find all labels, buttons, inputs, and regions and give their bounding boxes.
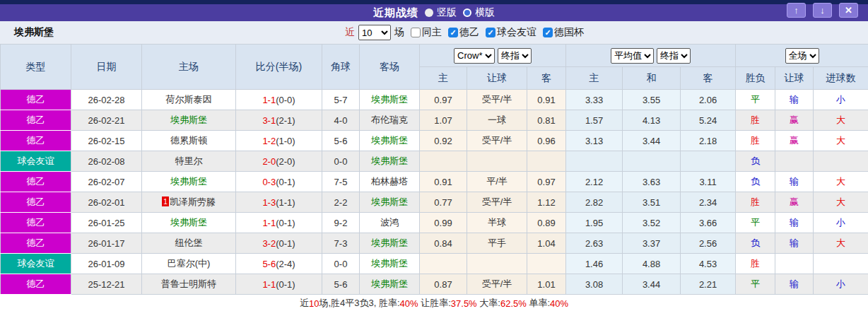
odds-index-select[interactable]: 终指 bbox=[657, 48, 691, 64]
fulltime-score: 1-1 bbox=[262, 279, 276, 290]
avg-home-odds bbox=[566, 151, 623, 172]
fulltime-score: 0-3 bbox=[262, 177, 276, 187]
close-button[interactable]: ✕ bbox=[839, 3, 858, 18]
table-row: 德乙26-02-21埃弗斯堡3-1(2-1)4-0布伦瑞克1.07一球0.811… bbox=[1, 110, 868, 131]
avg-home-odds: 2.12 bbox=[566, 172, 623, 192]
score-cell: 5-6(2-4) bbox=[236, 254, 322, 274]
away-team-name: 布伦瑞克 bbox=[371, 115, 408, 125]
avg-home-odds: 3.33 bbox=[566, 90, 623, 110]
goals-result-cell bbox=[814, 254, 868, 274]
up-arrow-icon: ↑ bbox=[794, 5, 799, 16]
handicap-company-select[interactable]: Crow* bbox=[454, 48, 495, 64]
handicap-line: 一球 bbox=[467, 110, 527, 131]
fulltime-score: 3-2 bbox=[262, 238, 276, 249]
checkbox-unchecked[interactable] bbox=[411, 28, 421, 37]
checkbox-label[interactable]: 德国杯 bbox=[554, 26, 584, 39]
handicap-home-odds bbox=[420, 151, 467, 172]
col-header-corner: 角球 bbox=[322, 45, 360, 90]
corner-cell: 7-5 bbox=[322, 172, 360, 192]
avg-draw-odds: 3.51 bbox=[623, 192, 681, 213]
goals-result-cell bbox=[814, 151, 868, 172]
col-header-odds-home: 主 bbox=[566, 67, 623, 90]
halftime-score: (2-1) bbox=[276, 115, 295, 126]
odds-company-select[interactable]: 平均值 bbox=[611, 48, 654, 64]
radio-selected-icon[interactable] bbox=[425, 8, 433, 17]
avg-draw-odds: 4.88 bbox=[623, 254, 681, 274]
result-cell: 平 bbox=[736, 90, 775, 110]
type-cell: 德乙 bbox=[1, 192, 71, 213]
summary-segment: 近 bbox=[300, 297, 309, 310]
checkbox-checked[interactable]: ✓ bbox=[486, 28, 495, 37]
score-cell: 2-0(2-0) bbox=[236, 151, 322, 172]
recent-count-select[interactable]: 10 bbox=[358, 25, 391, 40]
checkbox-label[interactable]: 德乙 bbox=[459, 26, 479, 39]
summary-segment: 单率: bbox=[527, 297, 550, 310]
handicap-home-odds: 0.97 bbox=[420, 90, 467, 110]
summary-segment: 62.5% bbox=[500, 298, 527, 309]
col-header-date: 日期 bbox=[71, 45, 142, 90]
checkbox-label[interactable]: 同主 bbox=[422, 26, 442, 39]
fulltime-score: 2-0 bbox=[262, 156, 276, 167]
move-down-button[interactable]: ↓ bbox=[813, 3, 832, 18]
table-row: 德乙26-02-28荷尔斯泰因1-1(0-0)5-7埃弗斯堡0.97受平/半0.… bbox=[1, 90, 868, 110]
radio-unselected-icon[interactable] bbox=[463, 8, 471, 17]
col-header-type: 类型 bbox=[1, 45, 71, 90]
rank-badge: 1 bbox=[162, 196, 169, 206]
games-label: 场 bbox=[394, 26, 404, 39]
avg-draw-odds: 3.63 bbox=[623, 172, 681, 192]
halftime-score: (0-1) bbox=[276, 177, 295, 187]
move-up-button[interactable]: ↑ bbox=[787, 3, 806, 18]
date-cell: 26-02-21 bbox=[71, 110, 142, 131]
result-cell: 胜 bbox=[736, 192, 775, 213]
halftime-score: (0-0) bbox=[276, 95, 295, 105]
avg-away-odds: 2.34 bbox=[681, 192, 736, 213]
date-cell: 26-02-28 bbox=[71, 90, 142, 110]
fulltime-score: 1-1 bbox=[262, 218, 276, 228]
handicap-result-cell bbox=[775, 254, 814, 274]
scope-select[interactable]: 全场 bbox=[785, 48, 819, 64]
result-cell: 负 bbox=[736, 151, 775, 172]
radio-vertical-layout[interactable]: 竖版 bbox=[425, 6, 457, 19]
away-team-cell: 埃弗斯堡 bbox=[360, 131, 420, 151]
avg-home-odds: 3.13 bbox=[566, 131, 623, 151]
checkbox-checked[interactable]: ✓ bbox=[448, 28, 458, 37]
home-team-cell: 巴塞尔(中) bbox=[142, 254, 236, 274]
avg-draw-odds: 3.55 bbox=[623, 90, 681, 110]
page-title: 近期战绩 bbox=[373, 6, 418, 20]
summary-segment: 10 bbox=[309, 298, 319, 309]
avg-away-odds bbox=[681, 151, 736, 172]
handicap-away-odds: 1.12 bbox=[527, 192, 566, 213]
radio-vertical-label: 竖版 bbox=[437, 6, 457, 19]
result-cell: 平 bbox=[736, 213, 775, 233]
handicap-home-odds: 0.77 bbox=[420, 192, 467, 213]
handicap-away-odds: 0.81 bbox=[527, 110, 566, 131]
halftime-score: (1-1) bbox=[276, 197, 295, 208]
date-cell: 26-01-17 bbox=[71, 233, 142, 254]
summary-segment: 40% bbox=[550, 298, 568, 309]
checkbox-label[interactable]: 球会友谊 bbox=[497, 26, 536, 39]
avg-away-odds: 5.24 bbox=[681, 110, 736, 131]
corner-cell: 0-0 bbox=[322, 151, 360, 172]
away-team-cell: 埃弗斯堡 bbox=[360, 233, 420, 254]
table-row: 德乙26-02-07埃弗斯堡0-3(0-1)7-5柏林赫塔0.91平/半0.97… bbox=[1, 172, 868, 192]
avg-away-odds: 2.06 bbox=[681, 90, 736, 110]
result-cell: 平 bbox=[736, 274, 775, 295]
team-name: 埃弗斯堡 bbox=[14, 26, 54, 39]
handicap-home-odds: 0.91 bbox=[420, 172, 467, 192]
goals-result-cell: 小 bbox=[814, 274, 868, 295]
type-cell: 德乙 bbox=[1, 233, 71, 254]
type-cell: 球会友谊 bbox=[1, 151, 71, 172]
goals-result-cell: 大 bbox=[814, 131, 868, 151]
scope-select-group: 全场 bbox=[736, 45, 868, 67]
home-team-cell: 纽伦堡 bbox=[142, 233, 236, 254]
home-team-name: 凯泽斯劳滕 bbox=[170, 196, 216, 207]
col-header-odds-draw: 和 bbox=[623, 67, 681, 90]
result-cell: 胜 bbox=[736, 110, 775, 131]
score-cell: 1-2(1-0) bbox=[236, 131, 322, 151]
table-row: 球会友谊26-02-08特里尔2-0(2-0)0-0埃弗斯堡负 bbox=[1, 151, 868, 172]
checkbox-checked[interactable]: ✓ bbox=[543, 28, 553, 37]
handicap-index-select[interactable]: 终指 bbox=[498, 48, 532, 64]
radio-horizontal-layout[interactable]: 横版 bbox=[463, 6, 495, 19]
table-row: 德乙25-12-21普鲁士明斯特1-1(0-1)5-6埃弗斯堡0.87受平/半1… bbox=[1, 274, 868, 295]
away-team-name: 埃弗斯堡 bbox=[371, 94, 408, 105]
